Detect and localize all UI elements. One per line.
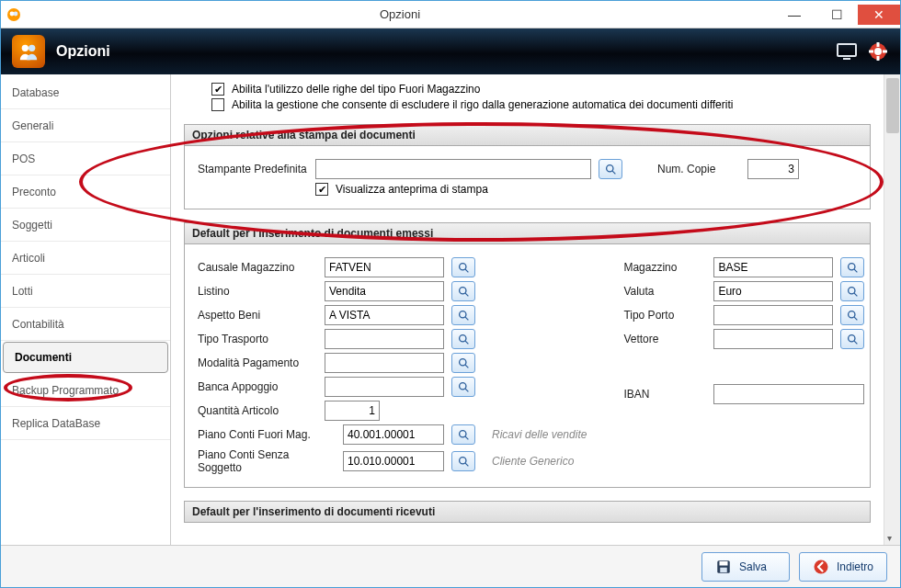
svg-rect-11 xyxy=(869,51,873,53)
svg-point-33 xyxy=(849,287,855,293)
minimize-button[interactable]: — xyxy=(773,5,815,25)
stampante-input[interactable] xyxy=(315,159,591,179)
porto-lookup[interactable] xyxy=(840,305,864,325)
svg-point-2 xyxy=(14,11,18,16)
group-stampa-title: Opzioni relative alla stampa dei documen… xyxy=(184,124,871,146)
svg-line-14 xyxy=(612,171,615,174)
sidebar-item-replica[interactable]: Replica DataBase xyxy=(1,407,170,440)
svg-point-8 xyxy=(874,48,882,55)
causale-lookup[interactable] xyxy=(451,257,475,277)
svg-rect-6 xyxy=(843,58,850,60)
os-titlebar: Opzioni — ☐ ✕ xyxy=(1,1,900,28)
scrollbar-thumb[interactable] xyxy=(886,78,899,133)
sidebar-item-label: Backup Programmato xyxy=(12,384,119,397)
stampante-lookup[interactable] xyxy=(599,159,622,179)
pcfm-lookup[interactable] xyxy=(451,424,475,445)
svg-line-24 xyxy=(465,365,468,368)
sidebar-item-preconto[interactable]: Preconto xyxy=(1,175,170,209)
sidebar-item-label: Preconto xyxy=(12,186,56,198)
svg-line-36 xyxy=(854,317,857,320)
num-copie-label: Num. Copie xyxy=(657,163,740,175)
back-button[interactable]: Indietro xyxy=(799,552,887,582)
monitor-icon[interactable] xyxy=(836,40,858,62)
num-copie-input[interactable] xyxy=(747,159,799,179)
chk-anteprima-label: Visualizza anteprima di stampa xyxy=(336,183,488,196)
sidebar-item-contabilita[interactable]: Contabilità xyxy=(1,308,170,341)
aspetto-input[interactable] xyxy=(325,305,444,325)
svg-line-34 xyxy=(854,293,857,296)
sidebar-item-database[interactable]: Database xyxy=(1,76,170,109)
save-button[interactable]: Salva xyxy=(701,552,790,582)
banca-lookup[interactable] xyxy=(451,377,475,397)
chk-abilita-escludere-label: Abilita la gestione che consente di escl… xyxy=(232,98,733,111)
sidebar-item-pos[interactable]: POS xyxy=(1,142,170,175)
iban-input[interactable] xyxy=(713,384,864,404)
svg-point-35 xyxy=(849,311,855,317)
pcfm-input[interactable] xyxy=(343,424,444,445)
qta-input[interactable] xyxy=(325,401,380,421)
close-button[interactable]: ✕ xyxy=(858,5,900,25)
magazzino-lookup[interactable] xyxy=(840,257,864,277)
modpag-lookup[interactable] xyxy=(451,353,475,373)
chk-abilita-escludere[interactable] xyxy=(211,98,224,111)
pcfm-label: Piano Conti Fuori Mag. xyxy=(198,428,336,441)
aspetto-lookup[interactable] xyxy=(451,305,475,325)
svg-rect-12 xyxy=(883,51,887,53)
listino-input[interactable] xyxy=(325,281,444,301)
sidebar-item-label: Generali xyxy=(12,119,53,132)
vertical-scrollbar[interactable]: ▾ xyxy=(884,74,900,545)
group-emessi-title: Default per l'inserimento di documenti e… xyxy=(184,222,871,244)
svg-rect-41 xyxy=(720,567,727,571)
svg-line-20 xyxy=(465,317,468,320)
modpag-input[interactable] xyxy=(325,353,444,373)
svg-point-29 xyxy=(459,457,465,463)
app-logo-icon xyxy=(12,35,45,68)
sidebar-item-generali[interactable]: Generali xyxy=(1,109,170,142)
vettore-lookup[interactable] xyxy=(840,329,864,349)
svg-rect-9 xyxy=(877,42,880,47)
svg-line-28 xyxy=(465,436,468,439)
sidebar-item-label: Lotti xyxy=(12,285,33,298)
causale-input[interactable] xyxy=(325,257,444,277)
lifebuoy-icon[interactable] xyxy=(867,40,889,62)
valuta-lookup[interactable] xyxy=(840,281,864,301)
sidebar-item-documenti[interactable]: Documenti xyxy=(3,342,168,373)
chk-abilita-fuori-mag[interactable]: ✔ xyxy=(211,83,224,96)
sidebar-item-soggetti[interactable]: Soggetti xyxy=(1,209,170,242)
valuta-label: Valuta xyxy=(623,285,706,298)
trasporto-input[interactable] xyxy=(325,329,444,349)
vettore-input[interactable] xyxy=(713,329,833,349)
pcss-input[interactable] xyxy=(343,451,444,471)
svg-point-23 xyxy=(459,358,465,365)
pcss-hint: Cliente Generico xyxy=(492,455,574,468)
sidebar-item-label: POS xyxy=(12,153,35,165)
listino-label: Listino xyxy=(198,285,317,298)
svg-point-37 xyxy=(849,334,855,341)
app-title: Opzioni xyxy=(56,43,110,60)
banca-input[interactable] xyxy=(325,377,444,397)
sidebar-item-articoli[interactable]: Articoli xyxy=(1,242,170,275)
porto-input[interactable] xyxy=(713,305,833,325)
pcss-lookup[interactable] xyxy=(451,451,475,471)
magazzino-input[interactable] xyxy=(713,257,833,277)
footer: Salva Indietro xyxy=(1,545,900,587)
svg-line-16 xyxy=(465,269,468,272)
listino-lookup[interactable] xyxy=(451,281,475,301)
svg-line-18 xyxy=(465,293,468,296)
chevron-down-icon[interactable]: ▾ xyxy=(887,533,892,543)
vettore-label: Vettore xyxy=(623,333,706,345)
sidebar-item-lotti[interactable]: Lotti xyxy=(1,275,170,308)
trasporto-lookup[interactable] xyxy=(451,329,475,349)
valuta-input[interactable] xyxy=(713,281,833,301)
pcfm-hint: Ricavi delle vendite xyxy=(492,428,587,441)
svg-point-13 xyxy=(606,164,612,171)
svg-point-19 xyxy=(459,311,465,317)
chk-anteprima[interactable]: ✔ xyxy=(315,183,328,196)
sidebar-item-backup[interactable]: Backup Programmato xyxy=(1,374,170,407)
svg-point-4 xyxy=(29,45,35,51)
maximize-button[interactable]: ☐ xyxy=(815,5,858,25)
stampante-label: Stampante Predefinita xyxy=(198,163,308,175)
save-icon xyxy=(715,559,732,575)
porto-label: Tipo Porto xyxy=(623,309,706,322)
save-button-label: Salva xyxy=(739,560,767,573)
